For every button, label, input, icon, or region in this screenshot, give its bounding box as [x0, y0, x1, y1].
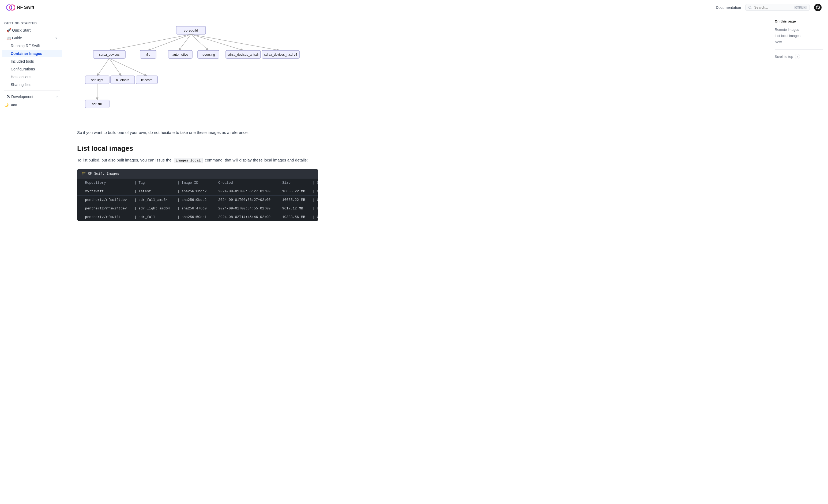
svg-line-3 [751, 8, 752, 9]
sidebar-item-configurations[interactable]: Configurations [2, 65, 62, 73]
svg-line-27 [109, 58, 147, 76]
terminal-table-cell: | 2024-09-01T00:56:27+02:00 [210, 187, 274, 196]
guide-label: 📖 Guide [6, 36, 22, 40]
svg-text:bluetooth: bluetooth [116, 78, 129, 82]
github-icon[interactable] [814, 4, 822, 11]
guide-chevron: ∨ [55, 36, 57, 40]
terminal-table-cell: | 2024-09-01T00:56:27+02:00 [210, 196, 274, 204]
sharing-files-label: Sharing files [11, 82, 31, 87]
terminal-table-row: | penthertz/rfswiftdev| sdr_full_amd64| … [77, 196, 318, 204]
toc-item[interactable]: Next [775, 39, 823, 45]
on-this-page-title: On this page [775, 19, 823, 23]
tree-svg: corebuild [77, 24, 307, 120]
svg-line-7 [109, 34, 191, 50]
node-sdrsa-devices: sdrsa_devices [93, 50, 125, 58]
svg-line-8 [148, 34, 191, 50]
col-repository: | Repository [77, 179, 131, 187]
development-chevron: > [56, 95, 57, 98]
main-content: corebuild [64, 15, 769, 504]
search-icon [748, 6, 752, 9]
search-kbd: CTRL K [794, 6, 807, 9]
list-local-heading: List local images [77, 144, 318, 153]
svg-text:corebuild: corebuild [184, 28, 198, 32]
left-sidebar: Getting started 🚀 Quick Start 📖 Guide ∨ … [0, 15, 64, 504]
sidebar-item-running[interactable]: Running RF Swift [2, 42, 62, 49]
col-size: | Size [274, 179, 309, 187]
topnav: RF Swift Documentation CTRL K [0, 0, 828, 15]
svg-text:reversing: reversing [202, 53, 215, 56]
terminal-title: RF Swift Images [88, 172, 119, 176]
sidebar-item-container-images[interactable]: Container Images [2, 50, 62, 57]
toc-item[interactable]: List local images [775, 33, 823, 39]
terminal-block: 🪄 RF Swift Images | Repository | Tag | I… [77, 169, 318, 221]
toc-item[interactable]: Remote images [775, 27, 823, 33]
col-tag: | Tag [131, 179, 174, 187]
terminal-table-row: | myrfswift| latest| sha256:0bdb2| 2024-… [77, 187, 318, 196]
quickstart-label: 🚀 Quick Start [6, 28, 31, 32]
layout: Getting started 🚀 Quick Start 📖 Guide ∨ … [0, 15, 828, 504]
col-created: | Created [210, 179, 274, 187]
terminal-table-cell: | sha256:0bdb2 [173, 196, 210, 204]
scroll-top-label: Scroll to top [775, 55, 793, 59]
terminal-table-cell: | Up to [309, 196, 318, 204]
svg-point-1 [10, 5, 15, 10]
svg-text:sdr_full: sdr_full [92, 102, 102, 106]
search-input[interactable] [754, 5, 792, 9]
terminal-table-cell: | sha256:476c0 [173, 204, 210, 213]
node-rfid: rfid [140, 50, 156, 58]
terminal-table-cell: | 16635.22 MB [274, 187, 309, 196]
terminal-table-cell: | Custo [309, 213, 318, 221]
terminal-header: 🪄 RF Swift Images [77, 169, 318, 179]
list-local-para-after: command, that will display these local i… [205, 158, 308, 162]
list-local-para: To list pulled, but also built images, y… [77, 157, 318, 164]
development-label: 🛠 Development [6, 94, 33, 99]
terminal-table: | Repository | Tag | Image ID | Created … [77, 179, 318, 221]
terminal-table-cell: | sdr_full [131, 213, 174, 221]
terminal-table-cell: | 2024-09-01T00:34:55+02:00 [210, 204, 274, 213]
terminal-table-cell: | penthertz/rfswiftdev [77, 196, 131, 204]
list-local-para-before: To list pulled, but also built images, y… [77, 158, 172, 162]
terminal-table-cell: | sha256:0bdb2 [173, 187, 210, 196]
svg-line-25 [97, 58, 109, 76]
svg-text:sdrsa_devices_rtlsdrv4: sdrsa_devices_rtlsdrv4 [264, 53, 297, 56]
logo-icon [6, 3, 15, 12]
terminal-table-row: | penthertz/rfswift| sdr_full| sha256:50… [77, 213, 318, 221]
node-automotive: automotive [168, 50, 192, 58]
sidebar-item-sharing-files[interactable]: Sharing files [2, 81, 62, 88]
svg-text:telecom: telecom [141, 78, 152, 82]
search-box[interactable]: CTRL K [745, 4, 810, 11]
svg-text:sdrsa_devices: sdrsa_devices [99, 53, 120, 56]
terminal-table-cell: | 2024-08-02T14:45:46+02:00 [210, 213, 274, 221]
svg-text:automotive: automotive [172, 53, 188, 56]
dark-mode-button[interactable]: 🌙 Dark [0, 101, 64, 109]
scroll-to-top[interactable]: Scroll to top ↑ [775, 54, 823, 59]
sidebar-item-included-tools[interactable]: Included tools [2, 57, 62, 65]
terminal-body: | Repository | Tag | Image ID | Created … [77, 179, 318, 221]
toc-list: Remote imagesList local imagesNext [775, 27, 823, 45]
node-bluetooth: bluetooth [111, 76, 135, 84]
host-actions-label: Host actions [11, 75, 31, 79]
terminal-table-cell: | 9617.12 MB [274, 204, 309, 213]
sidebar-item-quickstart[interactable]: 🚀 Quick Start [2, 27, 62, 34]
terminal-table-cell: | 10383.56 MB [274, 213, 309, 221]
terminal-table-cell: | 16635.22 MB [274, 196, 309, 204]
configurations-label: Configurations [11, 67, 35, 71]
terminal-table-header-row: | Repository | Tag | Image ID | Created … [77, 179, 318, 187]
getting-started-label: Getting started [0, 19, 64, 26]
sidebar-item-host-actions[interactable]: Host actions [2, 73, 62, 81]
node-sdr-light: sdr_light [85, 76, 109, 84]
sidebar-item-guide[interactable]: 📖 Guide ∨ [2, 34, 62, 42]
node-sdrsa-antsdr: sdrsa_devices_antsdr [226, 50, 260, 58]
logo-area[interactable]: RF Swift [6, 3, 34, 12]
list-local-command: images local [174, 158, 203, 163]
terminal-table-cell: | penthertz/rfswiftdev [77, 204, 131, 213]
node-sdr-full: sdr_full [85, 100, 109, 108]
node-corebuild: corebuild [176, 26, 206, 34]
sidebar-item-development[interactable]: 🛠 Development > [2, 93, 62, 100]
terminal-emoji: 🪄 [81, 172, 86, 176]
col-status: | Statu [309, 179, 318, 187]
terminal-table-cell: | Custo [309, 187, 318, 196]
doc-nav-link[interactable]: Documentation [716, 5, 741, 10]
content-area: corebuild [77, 24, 318, 221]
terminal-table-row: | penthertz/rfswiftdev| sdr_light_amd64|… [77, 204, 318, 213]
